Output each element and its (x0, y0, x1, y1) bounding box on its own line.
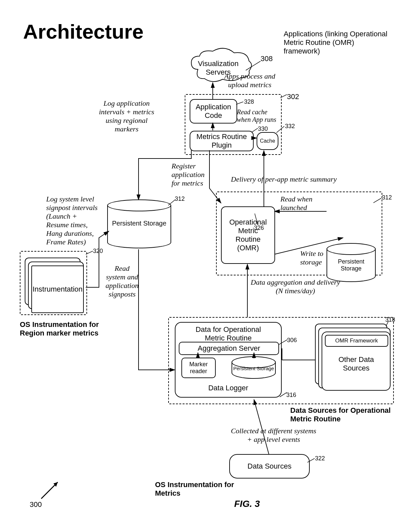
read-cache-note: Read cache when App runs (237, 108, 276, 124)
read-when-launched: Read when launched (280, 195, 312, 212)
agg-server-box: Aggregation Server (179, 342, 279, 355)
app-code-box: Application Code (190, 99, 237, 124)
ref-306: 306 (287, 337, 297, 344)
fw-top-label: OMR Framework (335, 337, 378, 344)
plugin-label: Metrics Routine Plugin (197, 132, 247, 150)
omr-box: Operational Metric Routine (OMR) (221, 206, 275, 264)
collected-note: Collected at different systems + app lev… (231, 427, 316, 444)
fw-top-box: OMR Framework (325, 335, 388, 347)
data-logger-label: Data Logger (179, 384, 277, 392)
bottom-data-sources: Data Sources (229, 454, 310, 479)
instrumentation-box: Instrumentation (31, 266, 84, 313)
top-group-desc: Applications (linking Operational Metric… (284, 30, 387, 55)
upload-note: Apps process and upload metrics (224, 72, 275, 89)
diagram-title: Architecture (23, 20, 143, 43)
ref-332: 332 (285, 123, 295, 130)
ref-318: 318 (385, 316, 395, 323)
fw-box: OMR Framework Other Data Sources (322, 332, 391, 391)
instrumentation-caption: OS Instrumentation for Region marker met… (20, 320, 99, 337)
fw-bottom-label: Other Data Sources (325, 355, 388, 372)
arrow-300-icon (40, 479, 66, 502)
ref-316: 316 (286, 392, 296, 399)
ref-312-left: 312 (175, 195, 185, 202)
instrumentation-label: Instrumentation (33, 285, 83, 294)
agg-server-label: Aggregation Server (198, 344, 260, 353)
ref-302: 302 (287, 92, 299, 101)
marker-reader-label: Marker reader (189, 361, 208, 375)
ref-322: 322 (315, 455, 325, 462)
app-code-label: Application Code (196, 103, 231, 120)
server-box: Data for Operational Metric Routine Aggr… (175, 322, 282, 398)
log-sys-note: Log system level signpost intervals (Lau… (46, 195, 98, 246)
mini-storage-label: Persistent Storage (232, 366, 275, 371)
cache-label: Cache (260, 138, 275, 144)
register-note: Register application for metrics (172, 162, 204, 188)
write-to-storage: Write to storage (300, 249, 323, 266)
read-signposts-note: Read system and application signposts (106, 264, 139, 299)
ref-326: 326 (254, 225, 264, 231)
summary-note: Delivery of per-app metric summary (231, 175, 337, 184)
aggregation-note: Data aggregation and delivery (N times/d… (251, 278, 340, 295)
bottom-ds-label: Data Sources (247, 462, 291, 471)
log-app-note: Log application intervals + metrics usin… (99, 99, 154, 133)
ps-right-label: Persistent Storage (327, 258, 375, 272)
ref-308: 308 (261, 54, 273, 63)
marker-reader-box: Marker reader (181, 358, 216, 378)
ps-left-label: Persistent Storage (108, 220, 171, 227)
ref-320: 320 (93, 248, 103, 255)
data-for-omr: Data for Operational Metric Routine (179, 325, 277, 342)
mini-storage: Persistent Storage (232, 362, 276, 379)
persistent-storage-left: Persistent Storage (107, 205, 171, 248)
persistent-storage-right: Persistent Storage (327, 248, 376, 282)
plugin-box: Metrics Routine Plugin (190, 131, 254, 151)
figure-label: FIG. 3 (234, 499, 260, 509)
omr-label: Operational Metric Routine (OMR) (229, 218, 267, 252)
cache-box: Cache (257, 132, 278, 150)
ref-330: 330 (258, 125, 268, 132)
ref-328: 328 (244, 98, 254, 105)
bottom-caption: OS Instrumentation for Metrics (155, 480, 234, 498)
diagram-canvas: Architecture Applications (linking Opera… (0, 0, 409, 532)
data-sources-caption: Data Sources for Operational Metric Rout… (290, 406, 391, 423)
ref-312-right: 312 (382, 194, 392, 201)
